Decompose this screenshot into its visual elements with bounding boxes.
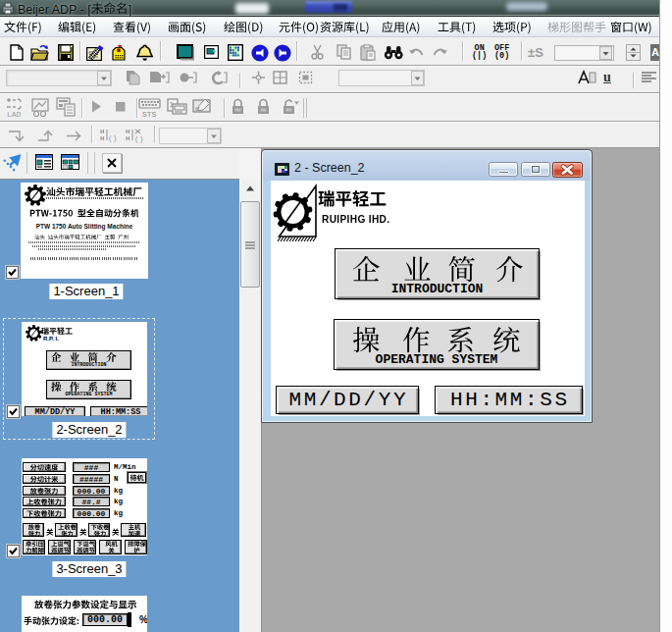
svg-text:(): () [134,134,144,143]
svg-text:STS: STS [142,110,157,118]
svg-text:LAD: LAD [7,110,22,118]
svg-text:(): () [108,133,118,142]
